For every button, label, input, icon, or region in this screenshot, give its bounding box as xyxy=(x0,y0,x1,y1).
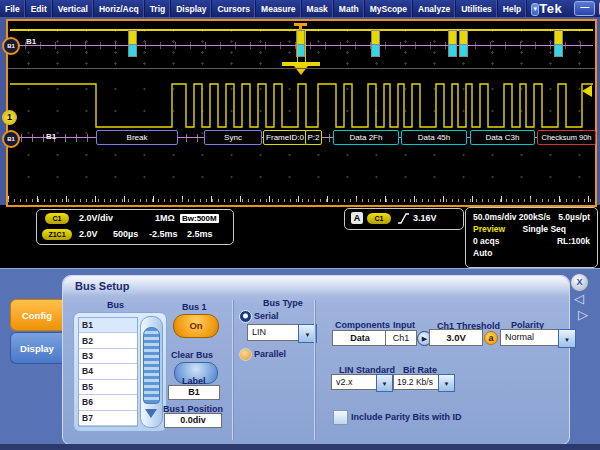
ch1-position-badge[interactable]: 1 xyxy=(2,110,17,125)
bus-list-item-b5[interactable]: B5 xyxy=(79,380,137,395)
bus1-label: Bus 1 xyxy=(182,302,207,312)
ch1-badge: C1 xyxy=(45,213,69,224)
menu-item-file[interactable]: File xyxy=(0,0,26,17)
parallel-radio[interactable] xyxy=(239,348,252,361)
menu-item-edit[interactable]: Edit xyxy=(26,0,53,17)
bus-list-item-b1[interactable]: B1 xyxy=(79,318,137,333)
scrollbar-down-icon xyxy=(145,409,157,418)
threshold-field[interactable]: 3.0V xyxy=(429,329,483,346)
bus-list-header: Bus xyxy=(107,300,124,310)
zoom-scale: 2.0V xyxy=(79,229,98,239)
trigger-source-badge: C1 xyxy=(367,213,391,224)
readout-band: C1 2.0V/div 1MΩ Bw:500M Z1C1 2.0V 500µs … xyxy=(0,205,600,268)
ch1-impedance: 1MΩ xyxy=(155,213,175,223)
label-field[interactable]: B1 xyxy=(168,385,220,400)
decode-packet: Data C3h xyxy=(470,130,535,145)
menu-item-analyze[interactable]: Analyze xyxy=(413,0,456,17)
bus-list-item-b7[interactable]: B7 xyxy=(79,411,137,426)
ch1-scale: 2.0V/div xyxy=(79,213,113,223)
acquisition-state: Preview xyxy=(473,224,505,234)
decode-packet: Data 2Fh xyxy=(333,130,399,145)
bit-rate-combo-arrow[interactable] xyxy=(438,374,455,392)
parity-checkbox[interactable] xyxy=(333,410,348,425)
bus-list-item-b6[interactable]: B6 xyxy=(79,395,137,410)
bus1-position-field[interactable]: 0.0div xyxy=(164,413,222,428)
minimize-button[interactable]: — xyxy=(574,1,595,16)
menu-item-measure[interactable]: Measure xyxy=(256,0,302,17)
bit-rate-combo[interactable]: 19.2 Kb/s xyxy=(393,374,443,390)
record-length: RL:100k xyxy=(557,236,590,246)
bus-type-header: Bus Type xyxy=(263,298,303,308)
polarity-combo-arrow[interactable] xyxy=(558,329,576,348)
zoom-end: 2.5ms xyxy=(187,229,213,239)
tab-config[interactable]: Config xyxy=(10,299,63,331)
bus-list-item-b4[interactable]: B4 xyxy=(79,364,137,379)
zoom-badge: Z1C1 xyxy=(42,229,72,240)
lin-standard-combo-arrow[interactable] xyxy=(376,374,393,392)
horizontal-resolution: 5.0µs/pt xyxy=(558,212,590,222)
input-field[interactable]: Ch1 xyxy=(385,330,417,346)
horizontal-scale-ticks xyxy=(8,196,595,202)
zoom-timebase: 500µs xyxy=(113,229,138,239)
panel-bottom-edge xyxy=(0,444,600,450)
decode-packet: Break xyxy=(96,130,178,145)
divider xyxy=(232,300,233,440)
decode-packet: Sync xyxy=(204,130,262,145)
rising-edge-icon xyxy=(397,212,410,225)
menu-item-utilities[interactable]: Utilities xyxy=(456,0,498,17)
input-label: Input xyxy=(393,320,415,330)
polarity-field[interactable]: Normal xyxy=(500,329,562,346)
trigger-readout-box: A C1 3.16V xyxy=(344,208,464,230)
auto-threshold-badge[interactable]: a xyxy=(484,331,498,345)
nav-prev-icon[interactable]: ◁ xyxy=(574,291,584,306)
menu-item-cursors[interactable]: Cursors xyxy=(212,0,256,17)
tek-logo: Tek xyxy=(539,1,562,16)
overview-bus-marker-badge[interactable]: B1 xyxy=(2,37,20,55)
divider xyxy=(314,300,315,440)
acquisition-mode: Single Seq xyxy=(523,224,566,234)
bus-b1-label: B1 xyxy=(46,132,56,141)
bus-setup-dialog: Bus Setup Bus B1B2B3B4B5B6B7 Bus 1 On Cl… xyxy=(62,275,570,445)
dialog-close-button[interactable]: X xyxy=(570,273,589,292)
scrollbar-thumb[interactable] xyxy=(143,327,160,404)
menu-item-help[interactable]: Help xyxy=(498,0,527,17)
menu-item-math[interactable]: Math xyxy=(334,0,365,17)
trigger-system: A xyxy=(351,212,363,224)
decode-packet: Checksum 90h xyxy=(537,130,596,145)
menu-item-mask[interactable]: Mask xyxy=(302,0,334,17)
bus-list-frame: B1B2B3B4B5B6B7 xyxy=(73,312,167,432)
dialog-title: Bus Setup xyxy=(75,280,129,292)
parallel-label: Parallel xyxy=(254,349,286,359)
bus-list-scrollbar[interactable] xyxy=(140,316,163,428)
trigger-level: 3.16V xyxy=(413,213,437,223)
menu-overflow-button[interactable]: ▼ xyxy=(531,3,539,16)
trigger-level-arrow-icon[interactable] xyxy=(582,85,592,97)
trigger-mode: Auto xyxy=(473,248,492,258)
clear-bus-label: Clear Bus xyxy=(171,350,213,360)
bus-list-item-b3[interactable]: B3 xyxy=(79,349,137,364)
menu-item-horizacq[interactable]: Horiz/Acq xyxy=(94,0,145,17)
bus-b1-badge[interactable]: B1 xyxy=(2,130,20,148)
serial-type-combo[interactable]: LIN xyxy=(247,324,299,341)
decode-packet: P:2 xyxy=(305,130,322,145)
serial-label: Serial xyxy=(254,311,279,321)
horizontal-readout-box: 50.0ms/div 200kS/s 5.0µs/pt Preview Sing… xyxy=(465,207,598,268)
menu-item-display[interactable]: Display xyxy=(171,0,212,17)
bus1-on-button[interactable]: On xyxy=(173,314,219,338)
menu-item-myscope[interactable]: MyScope xyxy=(365,0,413,17)
zoom-start: -2.5ms xyxy=(149,229,178,239)
lin-standard-combo[interactable]: v2.x xyxy=(331,374,382,390)
components-field[interactable]: Data xyxy=(332,330,388,346)
ch1-bandwidth: Bw:500M xyxy=(180,214,219,223)
bus-setup-panel: Config Display Bus Setup Bus B1B2B3B4B5B… xyxy=(0,268,600,445)
nav-next-icon[interactable]: ▷ xyxy=(578,307,588,322)
tab-display[interactable]: Display xyxy=(10,332,63,364)
menu-item-trig[interactable]: Trig xyxy=(145,0,172,17)
ch1-waveform xyxy=(8,21,595,203)
serial-radio[interactable] xyxy=(239,310,252,323)
waveform-display[interactable]: B1 B1 1 B1 B1 BreakSyncFrameID:0P:2Data … xyxy=(6,19,597,207)
decode-packet: FrameID:0 xyxy=(263,130,307,145)
menu-item-vertical[interactable]: Vertical xyxy=(53,0,94,17)
dialog-titlebar xyxy=(63,276,569,296)
bus-list-item-b2[interactable]: B2 xyxy=(79,333,137,348)
